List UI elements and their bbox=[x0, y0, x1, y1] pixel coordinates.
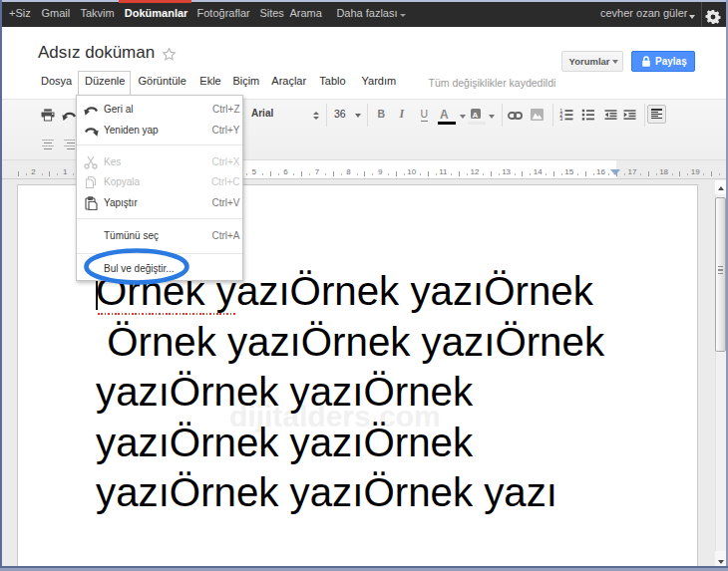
svg-text:3: 3 bbox=[559, 116, 562, 122]
